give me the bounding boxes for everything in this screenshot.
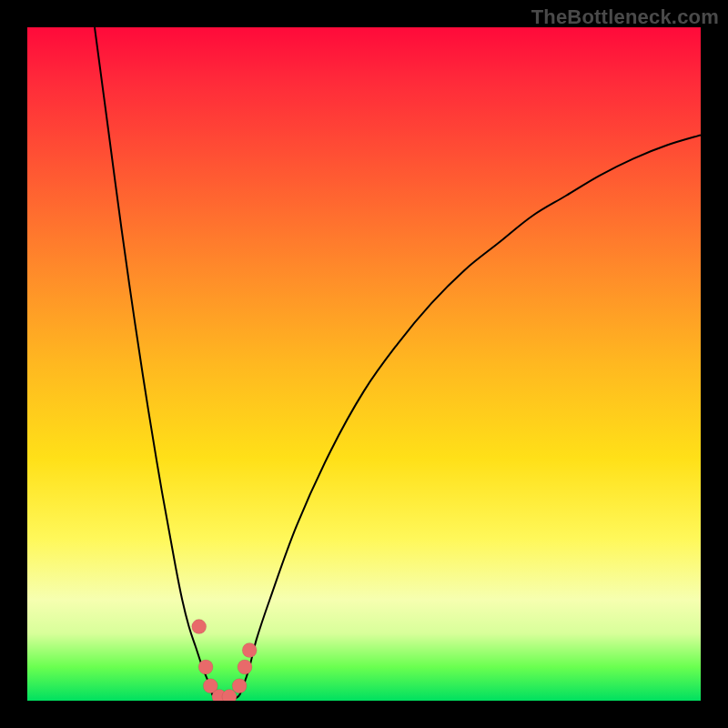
data-marker — [232, 679, 247, 693]
data-marker — [242, 643, 257, 658]
data-marker — [238, 660, 252, 674]
curve-right-branch — [239, 135, 701, 695]
marker-group — [192, 620, 258, 701]
data-marker — [198, 660, 213, 674]
data-marker — [192, 620, 207, 634]
curve-layer — [27, 27, 701, 701]
outer-frame: TheBottleneck.com — [0, 0, 728, 728]
curve-left-branch — [95, 27, 213, 695]
plot-area — [27, 27, 701, 701]
watermark-text: TheBottleneck.com — [531, 5, 719, 29]
